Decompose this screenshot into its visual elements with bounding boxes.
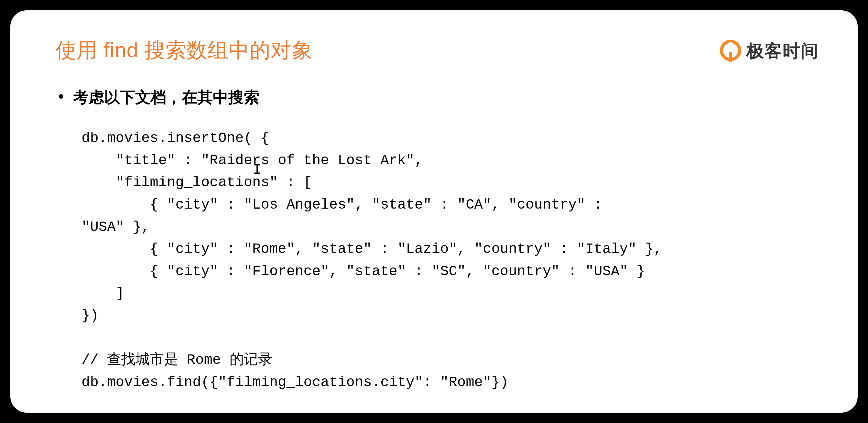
code-block: db.movies.insertOne( { "title" : "Raider… — [59, 127, 819, 394]
text-cursor-icon: I — [253, 162, 261, 178]
brand-name: 极客时间 — [746, 39, 819, 63]
bullet-row: 考虑以下文档，在其中搜索 — [59, 87, 819, 108]
geekbang-logo-icon — [719, 40, 742, 63]
brand-logo: 极客时间 — [719, 39, 819, 63]
slide-content: 考虑以下文档，在其中搜索 db.movies.insertOne( { "tit… — [56, 87, 819, 394]
svg-point-1 — [728, 49, 733, 52]
bullet-text: 考虑以下文档，在其中搜索 — [73, 87, 259, 108]
bullet-point-icon — [59, 94, 63, 99]
slide-card: 使用 find 搜索数组中的对象 极客时间 考虑以下文档，在其中搜索 db.mo… — [10, 10, 858, 413]
slide-header: 使用 find 搜索数组中的对象 极客时间 — [56, 36, 819, 64]
slide-title: 使用 find 搜索数组中的对象 — [56, 36, 313, 64]
